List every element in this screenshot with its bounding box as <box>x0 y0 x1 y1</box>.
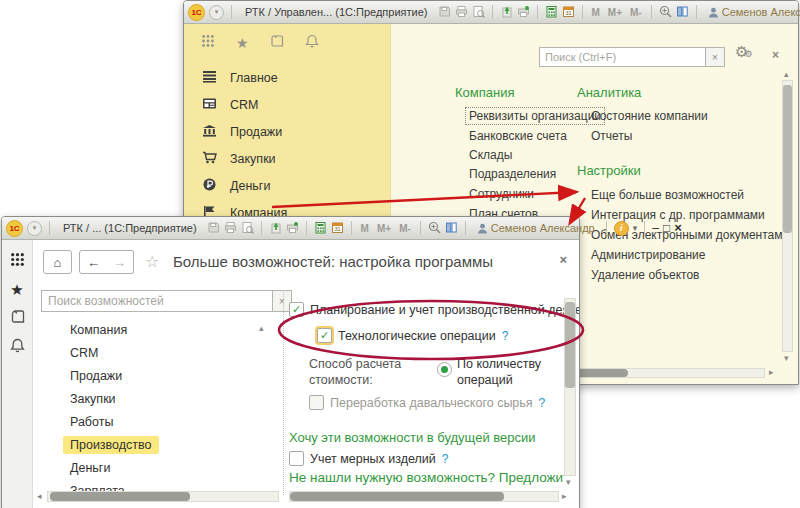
checkbox-tolling[interactable]: Переработка давальческого сырья ? <box>309 395 545 410</box>
menu-link-delete-objects[interactable]: Удаление объектов <box>591 268 700 282</box>
document-export-icon[interactable] <box>286 221 299 236</box>
calculator-icon[interactable] <box>545 5 558 20</box>
checkbox-planning[interactable]: ✓ Планирование и учет производственной д… <box>289 302 579 317</box>
scroll-right-icon[interactable]: ▸ <box>562 492 567 501</box>
favorite-star-icon[interactable]: ☆ <box>145 252 159 271</box>
document-import-icon[interactable] <box>500 5 513 20</box>
menu-link-company-state[interactable]: Состояние компании <box>591 109 708 123</box>
scroll-down-icon[interactable]: ▾ <box>784 354 789 363</box>
print-preview-icon[interactable] <box>472 5 485 20</box>
tools-grid-icon[interactable] <box>10 252 25 271</box>
close-button[interactable]: × <box>674 221 682 235</box>
system-menu-button[interactable]: ▾ <box>209 5 224 20</box>
search-input[interactable] <box>41 290 272 312</box>
menu-link-reports[interactable]: Отчеты <box>591 129 632 143</box>
history-scroll-icon[interactable] <box>270 34 284 52</box>
checkbox-checked-icon: ✓ <box>289 302 304 317</box>
menu-link-administration[interactable]: Администрирование <box>591 248 705 262</box>
settings-gears-icon[interactable]: ⚙⚙ <box>735 45 753 61</box>
crm-card-icon <box>202 97 217 113</box>
checkbox-measured-products[interactable]: Учет мерных изделий ? <box>289 451 449 466</box>
info-icon[interactable]: i <box>614 221 629 236</box>
print-icon[interactable] <box>224 221 237 236</box>
zoom-icon[interactable] <box>659 5 672 20</box>
nav-item-sales[interactable]: Продажи <box>37 364 279 387</box>
split-panel-icon[interactable] <box>445 221 458 236</box>
nav-item-purchases[interactable]: Закупки <box>37 387 279 410</box>
print-icon[interactable] <box>455 5 468 20</box>
radio-by-operations[interactable] <box>437 362 452 377</box>
document-export-icon[interactable] <box>517 5 530 20</box>
list-scroll-up-icon[interactable]: ▴ <box>259 324 264 333</box>
menu-link-departments[interactable]: Подразделения <box>469 167 556 181</box>
split-panel-icon[interactable] <box>676 5 689 20</box>
nav-item-works[interactable]: Работы <box>37 410 279 433</box>
memory-mminus-button[interactable]: M- <box>628 7 644 18</box>
history-scroll-icon[interactable] <box>10 309 25 328</box>
sidebar-item-main[interactable]: Главное <box>184 64 390 91</box>
notifications-bell-icon[interactable] <box>10 338 25 357</box>
maximize-button[interactable]: □ <box>663 221 670 235</box>
sidebar-item-money[interactable]: Деньги <box>184 172 390 199</box>
print-preview-icon[interactable] <box>241 221 254 236</box>
content-horizontal-scrollbar[interactable] <box>289 491 559 502</box>
menu-close-icon[interactable]: × <box>772 48 779 62</box>
notifications-bell-icon[interactable] <box>305 34 319 52</box>
save-icon[interactable] <box>207 221 220 236</box>
current-user[interactable]: Семенов Александр <box>477 222 595 234</box>
checkbox-tech-operations[interactable]: ✓ Технологические операции ? <box>317 328 508 343</box>
zoom-icon[interactable] <box>428 221 441 236</box>
memory-mminus-button[interactable]: M- <box>397 223 413 234</box>
scroll-down-icon[interactable]: ▾ <box>566 478 571 487</box>
memory-m-button[interactable]: M <box>590 7 602 18</box>
current-user[interactable]: Семенов Александр <box>708 6 800 18</box>
save-icon[interactable] <box>438 5 451 20</box>
bank-icon <box>202 124 217 140</box>
search-clear-button[interactable]: × <box>705 47 725 67</box>
back-button[interactable]: ← <box>79 250 108 274</box>
tools-grid-icon[interactable] <box>201 34 215 52</box>
calendar-icon[interactable]: 31 <box>331 221 344 236</box>
menu-link-more-features[interactable]: Еще больше возможностей <box>591 188 744 202</box>
memory-mplus-button[interactable]: M+ <box>375 223 393 234</box>
nav-item-company[interactable]: Компания <box>37 318 279 341</box>
calendar-icon[interactable]: 31 <box>562 5 575 20</box>
nav-item-money[interactable]: Деньги <box>37 456 279 479</box>
content-vertical-scrollbar[interactable] <box>564 298 576 476</box>
scroll-right-icon[interactable]: ▸ <box>769 368 774 377</box>
help-icon[interactable]: ? <box>539 396 546 410</box>
search-input[interactable] <box>539 47 705 67</box>
memory-mplus-button[interactable]: M+ <box>606 7 624 18</box>
nav-item-crm[interactable]: CRM <box>37 341 279 364</box>
back-vertical-scrollbar[interactable] <box>782 80 793 352</box>
menu-link-warehouses[interactable]: Склады <box>469 148 512 162</box>
system-menu-button[interactable]: ▾ <box>27 221 42 236</box>
sidebar-item-sales[interactable]: Продажи <box>184 118 390 145</box>
checkbox-unchecked-icon <box>309 395 324 410</box>
scroll-left-icon[interactable]: ◂ <box>37 492 42 501</box>
scrollbar-thumb[interactable] <box>290 492 504 501</box>
favorites-star-icon[interactable]: ★ <box>236 35 249 51</box>
scrollbar-thumb[interactable] <box>50 492 190 501</box>
sidebar-item-purchases[interactable]: Закупки <box>184 145 390 172</box>
scrollbar-thumb[interactable] <box>565 302 575 388</box>
calculator-icon[interactable] <box>314 221 327 236</box>
page-close-icon[interactable]: × <box>559 252 567 267</box>
scrollbar-thumb[interactable] <box>783 85 792 233</box>
scroll-up-icon[interactable]: ▴ <box>784 70 789 79</box>
menu-link-bank-accounts[interactable]: Банковские счета <box>469 129 567 143</box>
menu-link-requisites[interactable]: Реквизиты организации <box>465 107 605 125</box>
home-button[interactable]: ⌂ <box>43 250 72 274</box>
forward-button[interactable]: → <box>106 250 134 274</box>
minimize-button[interactable]: – <box>652 221 659 235</box>
nav-item-production[interactable]: Производство <box>37 433 279 456</box>
favorites-star-icon[interactable]: ★ <box>10 281 23 299</box>
chevron-down-icon[interactable]: ▾ <box>633 223 638 233</box>
list-horizontal-scrollbar[interactable] <box>47 491 279 502</box>
memory-m-button[interactable]: M <box>359 223 371 234</box>
sidebar-item-crm[interactable]: CRM <box>184 91 390 118</box>
document-import-icon[interactable] <box>269 221 282 236</box>
help-icon[interactable]: ? <box>502 329 509 343</box>
menu-link-employees[interactable]: Сотрудники <box>469 187 534 201</box>
help-icon[interactable]: ? <box>442 452 449 466</box>
